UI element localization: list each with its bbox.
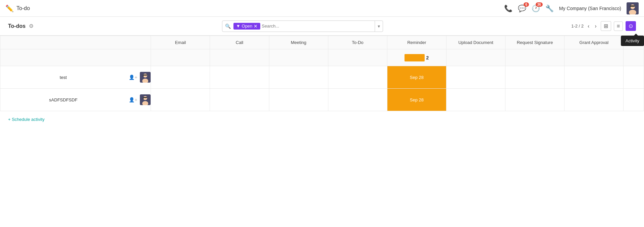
avatar-img bbox=[627, 2, 639, 14]
row1-upload-cell bbox=[446, 66, 505, 89]
activity-view-btn[interactable]: ⊙ bbox=[626, 21, 636, 31]
row2-call-cell bbox=[210, 89, 269, 111]
activity-table: Email Call Meeting To-Do Reminder Upload… bbox=[0, 36, 644, 111]
row1-name-text: test bbox=[0, 75, 126, 80]
row2-reminder-activity[interactable]: Sep 28 bbox=[387, 89, 446, 111]
table-row: sADFSDFSDF 👤+ bbox=[0, 89, 644, 111]
filter-tag-open[interactable]: ▼ Open ✕ bbox=[233, 23, 261, 30]
col-header-name bbox=[0, 36, 151, 49]
row1-avatar[interactable] bbox=[140, 72, 151, 83]
user-avatar[interactable] bbox=[627, 2, 639, 14]
row2-email-cell bbox=[151, 89, 210, 111]
svg-rect-13 bbox=[143, 97, 147, 98]
summary-email-cell bbox=[151, 49, 210, 66]
pagination-next-btn[interactable]: › bbox=[593, 22, 598, 30]
svg-rect-4 bbox=[630, 6, 631, 8]
filter-label: Open bbox=[242, 24, 253, 29]
row2-name-cell: sADFSDFSDF 👤+ bbox=[0, 89, 151, 111]
page-settings-icon[interactable]: ⚙ bbox=[29, 23, 34, 29]
summary-row: 2 bbox=[0, 49, 644, 66]
row1-signature-cell bbox=[505, 66, 565, 89]
col-header-todo: To-Do bbox=[328, 36, 387, 49]
reminder-summary: 2 bbox=[387, 54, 446, 61]
summary-approval-cell bbox=[565, 49, 624, 66]
summary-signature-cell bbox=[505, 49, 565, 66]
search-input[interactable] bbox=[260, 24, 321, 29]
svg-rect-14 bbox=[143, 97, 144, 99]
filter-funnel-icon: ▼ bbox=[236, 24, 240, 29]
row2-name-content: sADFSDFSDF 👤+ bbox=[0, 94, 151, 105]
row1-name-cell: test 👤+ bbox=[0, 66, 151, 89]
app-title: To-do bbox=[16, 5, 30, 11]
col-header-reminder: Reminder bbox=[387, 36, 446, 49]
svg-rect-3 bbox=[630, 5, 635, 7]
search-dropdown-btn[interactable]: ▾ bbox=[375, 21, 383, 32]
schedule-activity-link[interactable]: + Schedule activity bbox=[8, 117, 45, 122]
col-header-grant-approval: Grant Approval bbox=[565, 36, 624, 49]
page-title: To-dos bbox=[8, 23, 25, 29]
row2-avatar[interactable] bbox=[140, 94, 151, 105]
toolbar-right: 1-2 / 2 ‹ › ⊞ ≡ ⊙ bbox=[571, 21, 636, 31]
row2-meeting-cell bbox=[269, 89, 328, 111]
svg-rect-8 bbox=[143, 75, 147, 76]
kanban-view-btn[interactable]: ⊞ bbox=[601, 21, 611, 31]
row1-meeting-cell bbox=[269, 66, 328, 89]
reminder-bar bbox=[405, 54, 425, 61]
activity-badge: 36 bbox=[536, 2, 543, 7]
col-header-upload-document: Upload Document bbox=[446, 36, 505, 49]
summary-name-cell bbox=[0, 49, 151, 66]
svg-rect-9 bbox=[143, 75, 144, 77]
row1-settings-cell bbox=[624, 66, 644, 89]
col-header-call: Call bbox=[210, 36, 269, 49]
row1-todo-cell bbox=[328, 66, 387, 89]
row1-approval-cell bbox=[565, 66, 624, 89]
row2-avatar-img bbox=[140, 94, 151, 105]
list-view-btn[interactable]: ≡ bbox=[614, 21, 623, 31]
activity-clock-btn[interactable]: 🕐 36 bbox=[532, 4, 540, 12]
kanban-icon: ⊞ bbox=[604, 23, 608, 29]
row1-add-follower-icon[interactable]: 👤+ bbox=[129, 75, 137, 80]
row1-reminder-cell[interactable]: Sep 28 bbox=[387, 66, 446, 89]
search-bar: 🔍 ▼ Open ✕ ▾ bbox=[222, 20, 383, 32]
row1-name-content: test 👤+ bbox=[0, 72, 151, 83]
navbar-left: ✏️ To-do bbox=[5, 4, 30, 12]
navbar: ✏️ To-do 📞 💬 6 🕐 36 🔧 My Company (San Fr… bbox=[0, 0, 644, 17]
summary-settings-cell bbox=[624, 49, 644, 66]
row2-name-text: sADFSDFSDF bbox=[0, 97, 126, 102]
main-content: Email Call Meeting To-Do Reminder Upload… bbox=[0, 36, 644, 127]
row2-reminder-cell[interactable]: Sep 28 bbox=[387, 89, 446, 111]
activity-tooltip: Activity bbox=[621, 36, 644, 46]
row2-add-follower-icon[interactable]: 👤+ bbox=[129, 97, 137, 102]
navbar-right: 📞 💬 6 🕐 36 🔧 My Company (San Francisco) bbox=[504, 2, 639, 14]
summary-todo-cell bbox=[328, 49, 387, 66]
toolbar-left: To-dos ⚙ bbox=[8, 23, 34, 29]
row1-reminder-activity[interactable]: Sep 28 bbox=[387, 66, 446, 88]
toolbar-center: 🔍 ▼ Open ✕ ▾ bbox=[222, 20, 383, 32]
search-icon: 🔍 bbox=[222, 24, 233, 29]
summary-upload-cell bbox=[446, 49, 505, 66]
phone-icon-btn[interactable]: 📞 bbox=[504, 4, 513, 12]
col-header-meeting: Meeting bbox=[269, 36, 328, 49]
reminder-count: 2 bbox=[426, 55, 429, 60]
filter-remove-btn[interactable]: ✕ bbox=[254, 24, 258, 29]
activity-view-icon: ⊙ bbox=[629, 23, 633, 29]
pagination-info: 1-2 / 2 bbox=[571, 24, 584, 29]
app-logo-icon: ✏️ bbox=[5, 4, 14, 12]
row2-todo-cell bbox=[328, 89, 387, 111]
summary-reminder-cell[interactable]: 2 bbox=[387, 49, 446, 66]
pagination-prev-btn[interactable]: ‹ bbox=[586, 22, 591, 30]
settings-icon-btn[interactable]: 🔧 bbox=[545, 4, 554, 12]
phone-icon: 📞 bbox=[504, 4, 513, 12]
company-name[interactable]: My Company (San Francisco) bbox=[559, 6, 621, 11]
summary-call-cell bbox=[210, 49, 269, 66]
row1-call-cell bbox=[210, 66, 269, 89]
summary-meeting-cell bbox=[269, 49, 328, 66]
row2-upload-cell bbox=[446, 89, 505, 111]
row2-settings-cell bbox=[624, 89, 644, 111]
list-icon: ≡ bbox=[617, 23, 620, 29]
row2-signature-cell bbox=[505, 89, 565, 111]
table-row: test 👤+ bbox=[0, 66, 644, 89]
messages-icon-btn[interactable]: 💬 6 bbox=[518, 4, 526, 12]
row1-avatar-img bbox=[140, 72, 151, 83]
table-header-row: Email Call Meeting To-Do Reminder Upload… bbox=[0, 36, 644, 49]
